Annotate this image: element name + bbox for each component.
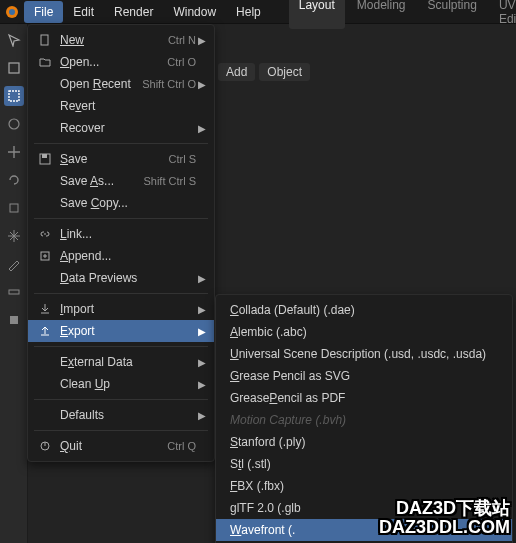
- menu-label: Save: [60, 152, 161, 166]
- export-fbx[interactable]: FBX (.fbx): [216, 475, 512, 497]
- menu-label: Recover: [60, 121, 196, 135]
- select-tool-icon[interactable]: [4, 58, 24, 78]
- menu-separator: [34, 293, 208, 294]
- menu-label: Append...: [60, 249, 196, 263]
- menu-edit[interactable]: Edit: [63, 1, 104, 23]
- svg-rect-7: [10, 316, 18, 324]
- svg-point-4: [9, 119, 19, 129]
- export-collada[interactable]: Collada (Default) (.dae): [216, 299, 512, 321]
- file-recover[interactable]: Recover ▶: [28, 117, 214, 139]
- menu-label: Save As...: [60, 174, 135, 188]
- tool-sidebar: [0, 24, 28, 543]
- submenu-arrow-icon: ▶: [196, 304, 206, 315]
- annotate-tool-icon[interactable]: [4, 254, 24, 274]
- power-icon: [36, 440, 54, 452]
- menu-label: Open...: [60, 55, 159, 69]
- svg-rect-5: [10, 204, 18, 212]
- export-usd[interactable]: Universal Scene Description (.usd, .usdc…: [216, 343, 512, 365]
- file-open[interactable]: Open... Ctrl O: [28, 51, 214, 73]
- menu-label: Defaults: [60, 408, 196, 422]
- menu-label: Revert: [60, 99, 196, 113]
- menu-render[interactable]: Render: [104, 1, 163, 23]
- submenu-arrow-icon: ▶: [196, 35, 206, 46]
- file-new[interactable]: New Ctrl N ▶: [28, 29, 214, 51]
- menu-separator: [34, 143, 208, 144]
- move-tool-icon[interactable]: [4, 142, 24, 162]
- menu-file[interactable]: File: [24, 1, 63, 23]
- shortcut-text: Shift Ctrl O: [142, 78, 196, 90]
- rotate-tool-icon[interactable]: [4, 170, 24, 190]
- tab-sculpting[interactable]: Sculpting: [418, 0, 487, 29]
- file-link[interactable]: Link...: [28, 223, 214, 245]
- shortcut-text: Ctrl O: [167, 56, 196, 68]
- menu-separator: [34, 346, 208, 347]
- menu-label: External Data: [60, 355, 196, 369]
- file-import[interactable]: Import ▶: [28, 298, 214, 320]
- menu-separator: [34, 218, 208, 219]
- watermark-text: DAZ3D下载站 DAZ3DDL.COM: [379, 499, 510, 537]
- file-defaults[interactable]: Defaults ▶: [28, 404, 214, 426]
- menu-label: Save Copy...: [60, 196, 196, 210]
- file-clean-up[interactable]: Clean Up ▶: [28, 373, 214, 395]
- menu-label: Open Recent: [60, 77, 134, 91]
- file-data-previews[interactable]: Data Previews ▶: [28, 267, 214, 289]
- app-logo-icon[interactable]: [4, 1, 20, 23]
- folder-open-icon: [36, 56, 54, 68]
- measure-tool-icon[interactable]: [4, 282, 24, 302]
- export-alembic[interactable]: Alembic (.abc): [216, 321, 512, 343]
- export-stl[interactable]: Stl (.stl): [216, 453, 512, 475]
- menu-help[interactable]: Help: [226, 1, 271, 23]
- file-save[interactable]: Save Ctrl S: [28, 148, 214, 170]
- file-append[interactable]: Append...: [28, 245, 214, 267]
- menu-separator: [34, 399, 208, 400]
- viewport-add-button[interactable]: Add: [218, 63, 255, 81]
- submenu-arrow-icon: ▶: [196, 123, 206, 134]
- tab-uv-editing[interactable]: UV Editing: [489, 0, 516, 29]
- file-dropdown-menu: New Ctrl N ▶ Open... Ctrl O Open Recent …: [27, 24, 215, 462]
- application-menubar: File Edit Render Window Help Layout Mode…: [0, 0, 516, 24]
- submenu-arrow-icon: ▶: [196, 357, 206, 368]
- svg-rect-3: [9, 91, 19, 101]
- save-icon: [36, 153, 54, 165]
- svg-rect-2: [9, 63, 19, 73]
- tab-layout[interactable]: Layout: [289, 0, 345, 29]
- workspace-tabs: Layout Modeling Sculpting UV Editing: [289, 0, 516, 29]
- export-grease-pencil-pdf[interactable]: Grease Pencil as PDF: [216, 387, 512, 409]
- tab-modeling[interactable]: Modeling: [347, 0, 416, 29]
- svg-rect-10: [42, 154, 47, 158]
- submenu-arrow-icon: ▶: [196, 273, 206, 284]
- menu-label: New: [60, 33, 160, 47]
- submenu-arrow-icon: ▶: [196, 410, 206, 421]
- file-export[interactable]: Export ▶: [28, 320, 214, 342]
- menu-label: Import: [60, 302, 196, 316]
- scale-tool-icon[interactable]: [4, 198, 24, 218]
- export-grease-pencil-svg[interactable]: Grease Pencil as SVG: [216, 365, 512, 387]
- file-save-as[interactable]: Save As... Shift Ctrl S: [28, 170, 214, 192]
- import-icon: [36, 303, 54, 315]
- menu-window[interactable]: Window: [163, 1, 226, 23]
- menu-label: Export: [60, 324, 196, 338]
- transform-tool-icon[interactable]: [4, 226, 24, 246]
- shortcut-text: Ctrl Q: [167, 440, 196, 452]
- shortcut-text: Ctrl N: [168, 34, 196, 46]
- add-tool-icon[interactable]: [4, 310, 24, 330]
- file-save-copy[interactable]: Save Copy...: [28, 192, 214, 214]
- submenu-arrow-icon: ▶: [196, 379, 206, 390]
- tool-icon[interactable]: [4, 114, 24, 134]
- select-box-tool-icon[interactable]: [4, 86, 24, 106]
- export-motion-capture: Motion Capture (.bvh): [216, 409, 512, 431]
- viewport-object-button[interactable]: Object: [259, 63, 310, 81]
- menu-label: Data Previews: [60, 271, 196, 285]
- export-icon: [36, 325, 54, 337]
- svg-rect-8: [41, 35, 48, 45]
- export-stanford[interactable]: Stanford (.ply): [216, 431, 512, 453]
- file-external-data[interactable]: External Data ▶: [28, 351, 214, 373]
- shortcut-text: Ctrl S: [169, 153, 197, 165]
- cursor-tool-icon[interactable]: [4, 30, 24, 50]
- menu-label: Link...: [60, 227, 196, 241]
- menu-label: Clean Up: [60, 377, 196, 391]
- file-quit[interactable]: Quit Ctrl Q: [28, 435, 214, 457]
- shortcut-text: Shift Ctrl S: [143, 175, 196, 187]
- file-revert[interactable]: Revert: [28, 95, 214, 117]
- file-open-recent[interactable]: Open Recent Shift Ctrl O ▶: [28, 73, 214, 95]
